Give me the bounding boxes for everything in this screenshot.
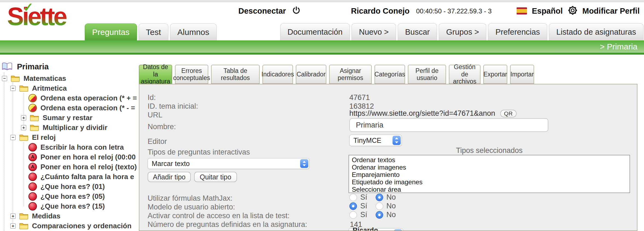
- tree-item-medidas[interactable]: + Medidas: [0, 211, 139, 221]
- list-option[interactable]: Etiquetado de imagenes: [352, 178, 627, 186]
- tab-preferencias[interactable]: Preferencias: [488, 23, 547, 40]
- radio-no-checked[interactable]: [376, 194, 383, 201]
- select-stepper-icon[interactable]: [393, 136, 401, 145]
- tab-preguntas[interactable]: Preguntas: [85, 23, 137, 40]
- radio-si-label: Sí: [360, 193, 367, 202]
- tree-item-label[interactable]: Poner en hora el reloj (texto): [40, 163, 137, 171]
- tab-documentacion[interactable]: Documentación: [280, 23, 350, 40]
- tab-alumnos[interactable]: Alumnos: [170, 23, 217, 40]
- tree-item-label[interactable]: Ordena esta operacion (* + =: [40, 94, 137, 102]
- tree-item-primaria[interactable]: Primaria: [0, 60, 139, 73]
- ctab-categorias[interactable]: Categorías: [374, 65, 405, 84]
- tree-item-label[interactable]: Poner en hora el reloj (00:00: [40, 153, 136, 161]
- siette-logo[interactable]: Siette ✓ Siette: [7, 3, 73, 38]
- tree-item-label[interactable]: Matematicas: [24, 74, 66, 83]
- tree-item-label[interactable]: ¿Que hora es? (01): [40, 182, 105, 191]
- tree-item-label[interactable]: Ordena esta operacion (* - =: [40, 104, 135, 112]
- collapse-icon[interactable]: −: [2, 76, 7, 81]
- list-option[interactable]: Emparejamiento: [352, 171, 627, 178]
- anadir-tipo-button[interactable]: Añadir tipo: [148, 172, 191, 182]
- tree-item-label[interactable]: Aritmetica: [32, 84, 67, 93]
- radio-si-unchecked[interactable]: [349, 211, 357, 219]
- question-icon: [28, 192, 37, 201]
- collapse-icon[interactable]: −: [10, 86, 16, 91]
- ctab-datos-asignatura[interactable]: Datos de la asignatura: [139, 65, 172, 84]
- tab-grupos[interactable]: Grupos >: [439, 23, 486, 40]
- ctab-tabla-resultados[interactable]: Tabla de resultados: [211, 65, 260, 84]
- radio-no-unchecked[interactable]: [376, 202, 383, 210]
- tab-nuevo[interactable]: Nuevo >: [352, 23, 396, 40]
- nombre-input[interactable]: Primaria: [349, 118, 548, 132]
- tipos-seleccionados-listbox[interactable]: Ordenar textos Ordenar imagenes Empareja…: [349, 155, 630, 193]
- tree-item-label[interactable]: Primaria: [17, 62, 49, 71]
- folder-icon: [30, 124, 39, 131]
- tree-item-matematicas[interactable]: − Matematicas: [0, 73, 139, 83]
- tree-item-label[interactable]: Comparaciones y ordenación: [32, 222, 131, 230]
- tree-item-question[interactable]: ¿Cuánto falta para la hora e: [0, 172, 139, 182]
- tipos-preguntas-select[interactable]: Marcar texto: [148, 158, 309, 169]
- tree-item-question[interactable]: ¿Que hora es? (01): [0, 182, 139, 191]
- quitar-tipo-button[interactable]: Quitar tipo: [194, 172, 237, 182]
- tree-item-question[interactable]: A Poner en hora el reloj (00:00: [0, 152, 139, 162]
- radio-si-label: Sí: [360, 202, 367, 210]
- tree-item-label[interactable]: El reloj: [32, 133, 56, 142]
- editor-select[interactable]: TinyMCE: [349, 135, 402, 146]
- power-icon[interactable]: [292, 6, 301, 16]
- select-stepper-icon[interactable]: [300, 159, 308, 168]
- list-option[interactable]: Ordenar imagenes: [352, 164, 627, 171]
- tree-item-question[interactable]: ¿Que hora es? (15): [0, 201, 139, 211]
- radio-si-checked[interactable]: [349, 202, 357, 210]
- folder-icon: [30, 114, 39, 122]
- disconnect-control[interactable]: Desconectar: [238, 6, 301, 16]
- ctab-indicadores[interactable]: Indicadores: [262, 65, 293, 84]
- collapse-icon[interactable]: −: [10, 135, 16, 140]
- tree-item-label[interactable]: Multiplicar y dividir: [43, 123, 107, 132]
- radio-si-unchecked[interactable]: [349, 194, 357, 201]
- qr-button[interactable]: QR: [500, 110, 517, 117]
- tree-item-multiplicar-dividir[interactable]: + Multiplicar y dividir: [0, 123, 139, 132]
- ctab-gestion-archivos[interactable]: Gestión de archivos: [449, 65, 481, 84]
- administrador-select[interactable]: Ricardo Conejo: [349, 228, 403, 231]
- tree-item-label[interactable]: ¿Cuánto falta para la hora e: [40, 173, 134, 181]
- expand-icon[interactable]: +: [10, 223, 16, 229]
- tree-item-question[interactable]: Escribir la hora con letra: [0, 142, 139, 152]
- ctab-perfil-usuario[interactable]: Perfil de usuario: [408, 65, 446, 84]
- ctab-exportar[interactable]: Exportar: [483, 65, 507, 84]
- expand-icon[interactable]: +: [21, 115, 26, 120]
- modify-profile-label[interactable]: Modificar Perfil: [582, 7, 640, 16]
- expand-icon[interactable]: +: [10, 214, 16, 219]
- tree-item-question[interactable]: Ordena esta operacion (* - =: [0, 103, 139, 113]
- breadcrumb[interactable]: > Primaria: [600, 42, 644, 51]
- list-option[interactable]: Seleccionar área: [352, 186, 627, 193]
- ctab-asignar-permisos[interactable]: Asignar permisos: [329, 65, 372, 84]
- ctab-errores-conceptuales[interactable]: Errores conceptuales: [175, 65, 208, 84]
- tree-item-el-reloj[interactable]: − El reloj: [0, 132, 139, 142]
- tree-item-label[interactable]: ¿Que hora es? (15): [40, 202, 105, 211]
- ctab-calibrador[interactable]: Calibrador: [296, 65, 326, 84]
- tree-item-question[interactable]: A Poner en hora el reloj (texto): [0, 162, 139, 172]
- gear-icon[interactable]: [568, 5, 578, 16]
- ctab-importar[interactable]: Importar: [510, 65, 534, 84]
- expand-icon[interactable]: +: [21, 125, 26, 130]
- disconnect-label[interactable]: Desconectar: [238, 7, 286, 16]
- content-tab-bar: Datos de la asignatura Errores conceptua…: [139, 65, 534, 84]
- tree-item-label[interactable]: ¿Que hora es? (05): [40, 192, 105, 201]
- radio-no-checked[interactable]: [376, 211, 383, 219]
- tree-item-label[interactable]: Sumar y restar: [43, 114, 92, 122]
- select-stepper-icon[interactable]: [394, 229, 402, 231]
- tree-item-question[interactable]: Ordena esta operacion (* + =: [0, 93, 139, 103]
- tree-item-question[interactable]: ¿Que hora es? (05): [0, 191, 139, 201]
- spanish-flag-icon[interactable]: [517, 7, 527, 14]
- language-label[interactable]: Español: [532, 7, 563, 16]
- tab-test[interactable]: Test: [139, 23, 168, 40]
- url-value[interactable]: https://www.siette.org/siette?id=47671&a…: [349, 109, 495, 118]
- tab-buscar[interactable]: Buscar: [398, 23, 437, 40]
- tab-listado-asignaturas[interactable]: Listado de asignaturas: [549, 23, 643, 40]
- tree-item-label[interactable]: Medidas: [32, 212, 60, 220]
- tree-item-label[interactable]: Escribir la hora con letra: [40, 143, 124, 152]
- tree-item-aritmetica[interactable]: − Aritmetica: [0, 83, 139, 93]
- tree-item-comparaciones[interactable]: + Comparaciones y ordenación: [0, 221, 139, 231]
- tree-item-sumar-restar[interactable]: + Sumar y restar: [0, 113, 139, 123]
- nombre-label: Nombre:: [148, 123, 176, 131]
- list-option[interactable]: Ordenar textos: [352, 156, 627, 164]
